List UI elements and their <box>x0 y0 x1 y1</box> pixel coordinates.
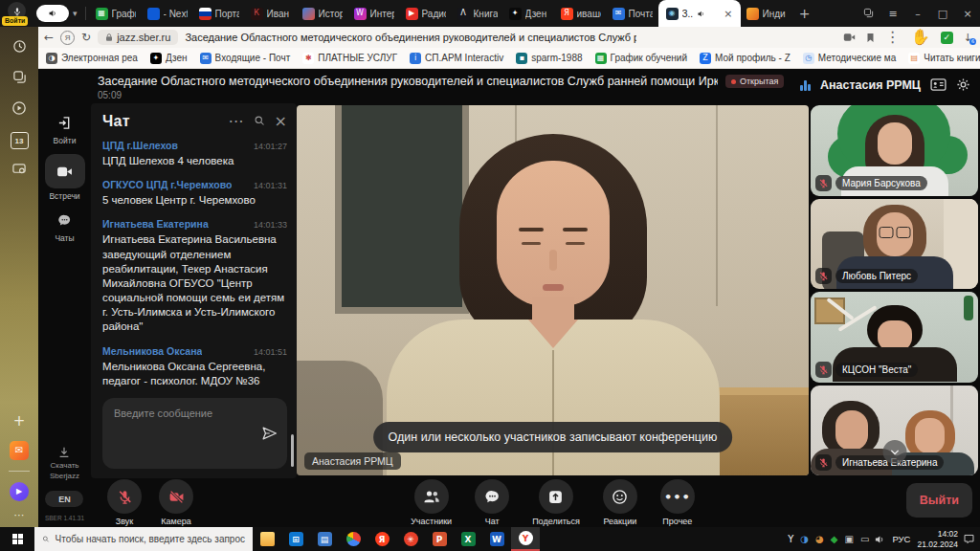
tray-icon[interactable]: ◕ <box>815 534 824 544</box>
tab-panels-icon[interactable] <box>856 8 880 20</box>
alice-assistant-icon[interactable]: ▶ <box>10 482 29 501</box>
bookmark-item[interactable]: i СП.АРМ Interactiv <box>410 53 503 64</box>
leave-meeting-button[interactable]: Выйти <box>906 483 972 518</box>
message-author[interactable]: ЦПД г.Шелехов <box>102 140 178 151</box>
keyboard-language[interactable]: РУС <box>892 534 910 544</box>
panel-more-icon[interactable]: ⋯ <box>14 510 25 520</box>
sber-extension-icon[interactable]: ✓ <box>941 32 953 44</box>
chat-menu-icon[interactable]: ⋯ <box>229 114 244 129</box>
download-extension-icon[interactable]: ↓6 <box>964 33 972 43</box>
reactions-button[interactable]: Реакции <box>603 479 637 526</box>
bookmark-item[interactable]: ◑ Электронная реа <box>46 53 138 64</box>
profile-card-icon[interactable] <box>930 78 947 91</box>
bookmark-item[interactable]: Z Мой профиль - Z <box>700 53 791 64</box>
browser-tab[interactable]: Я ивашо × <box>555 0 607 27</box>
screenshot-icon[interactable] <box>11 162 27 180</box>
message-author[interactable]: Мельникова Оксана <box>102 345 202 357</box>
send-message-icon[interactable] <box>261 426 278 442</box>
taskbar-app-icon[interactable] <box>253 527 281 551</box>
minimize-button[interactable]: – <box>905 9 930 19</box>
participant-tile[interactable]: Мария Барсукова <box>811 105 978 196</box>
reload-button[interactable]: ↻ <box>81 32 91 43</box>
camera-button[interactable]: Камера <box>159 479 193 526</box>
yandex-mail-icon[interactable]: ✉ <box>10 441 29 460</box>
maximize-button[interactable]: □ <box>930 9 955 19</box>
back-button[interactable]: ← <box>44 32 54 43</box>
start-button[interactable] <box>0 527 34 551</box>
more-button[interactable]: ••• Прочее <box>660 479 695 526</box>
taskbar-app-icon[interactable]: P <box>425 527 454 551</box>
taskbar-app-icon[interactable] <box>339 527 368 551</box>
participants-button[interactable]: Участники <box>411 479 452 526</box>
browser-tab[interactable]: - Nextс × <box>142 0 193 27</box>
history-icon[interactable] <box>12 39 27 57</box>
taskbar-search[interactable]: Чтобы начать поиск, введите здесь запрос <box>34 527 253 551</box>
play-icon[interactable] <box>11 100 27 120</box>
camera-permission-icon[interactable] <box>843 33 856 42</box>
taskbar-app-icon[interactable]: ⊞ <box>281 527 310 551</box>
more-icon[interactable]: ⋮ <box>885 30 901 45</box>
browser-tab[interactable]: Истори × <box>297 0 348 27</box>
voice-login-badge[interactable]: Войти <box>2 16 28 26</box>
extension-icon[interactable]: ✋ <box>911 30 930 45</box>
calendar-icon[interactable]: 13 <box>11 132 29 149</box>
tab-audio-icon[interactable] <box>697 10 705 18</box>
browser-tab[interactable]: Λ Книга Е × <box>452 0 503 27</box>
scroll-participants-button[interactable] <box>882 440 906 464</box>
notification-center-icon[interactable] <box>963 533 975 545</box>
tray-icon[interactable]: ◑ <box>800 534 809 544</box>
volume-icon[interactable] <box>874 534 885 545</box>
voice-assistant-button[interactable]: Войти <box>2 0 33 27</box>
participant-tile[interactable]: КЦСОН "Веста" <box>811 292 978 383</box>
chat-button[interactable]: Чат <box>475 479 509 526</box>
tray-icon[interactable]: ▣ <box>845 534 854 544</box>
sidebar-item-login[interactable]: Войти <box>45 112 85 145</box>
tab-close-icon[interactable]: × <box>724 9 732 19</box>
browser-tab[interactable]: Портал × <box>193 0 245 27</box>
chat-scrollbar[interactable] <box>291 434 294 467</box>
browser-tab[interactable]: ✦ Дзен × <box>503 0 555 27</box>
browser-tab[interactable]: Инди К × <box>741 0 792 27</box>
message-author[interactable]: ОГКУСО ЦПД г.Черемхово <box>102 179 232 190</box>
bookmark-icon[interactable] <box>866 33 875 43</box>
taskbar-app-icon[interactable]: W <box>482 527 511 551</box>
mute-sound-button[interactable]: Звук <box>107 479 142 526</box>
tab-groups-icon[interactable] <box>12 70 27 88</box>
bookmark-item[interactable]: ✦ Дзен <box>150 53 188 64</box>
add-panel-icon[interactable]: + <box>13 414 26 429</box>
new-tab-button[interactable]: + <box>792 7 817 20</box>
share-button[interactable]: Поделиться <box>532 479 580 526</box>
bookmark-item[interactable]: ▤ Читать книги онл <box>908 53 980 64</box>
sidebar-item-chats[interactable]: Чаты <box>45 209 85 243</box>
browser-tab[interactable]: ▦ Графи × <box>90 0 142 27</box>
taskbar-app-icon[interactable]: Я <box>368 527 396 551</box>
chat-search-icon[interactable] <box>254 113 265 130</box>
message-author[interactable]: Игнатьева Екатерина <box>102 218 209 230</box>
tray-icon[interactable]: ▭ <box>860 534 869 544</box>
bookmark-item[interactable]: ▦ График обучений <box>595 53 687 64</box>
browser-tab[interactable]: ✉ Почта × <box>607 0 658 27</box>
close-button[interactable]: × <box>955 9 980 19</box>
browser-tab[interactable]: ▶ Радио × <box>400 0 452 27</box>
chat-close-icon[interactable]: × <box>275 114 287 129</box>
taskbar-app-icon[interactable]: ✳ <box>396 527 425 551</box>
taskbar-app-icon[interactable]: X <box>454 527 482 551</box>
main-video[interactable]: Анастасия РРМЦ Один или несколько участн… <box>297 105 809 475</box>
taskbar-app-icon[interactable]: ▤ <box>310 527 339 551</box>
bookmark-item[interactable]: ▪ sparm-1988 <box>516 53 582 64</box>
tray-icon[interactable]: Y <box>788 534 793 544</box>
bookmark-item[interactable]: ✉ Входящие - Почт <box>200 53 291 64</box>
bookmark-item[interactable]: ✱ ПЛАТНЫЕ УСЛУГ <box>302 53 397 64</box>
chevron-down-icon[interactable]: ▾ <box>73 10 78 18</box>
participant-tile[interactable]: Любовь Питерс <box>811 199 978 290</box>
bookmark-item[interactable]: ◷ Методические ма <box>803 53 896 64</box>
settings-gear-icon[interactable] <box>956 77 970 92</box>
browser-tab[interactable]: К Иван Е × <box>245 0 297 27</box>
taskbar-app-icon[interactable]: Y <box>511 527 540 551</box>
browser-tab[interactable]: ◉ З.. × <box>658 0 741 27</box>
tray-icon[interactable]: ◆ <box>831 534 838 544</box>
tab-sound-button[interactable] <box>36 5 69 22</box>
browser-menu-icon[interactable]: ≡ <box>880 9 905 19</box>
chat-input[interactable] <box>112 406 256 461</box>
browser-tab[interactable]: W Интерн × <box>348 0 400 27</box>
